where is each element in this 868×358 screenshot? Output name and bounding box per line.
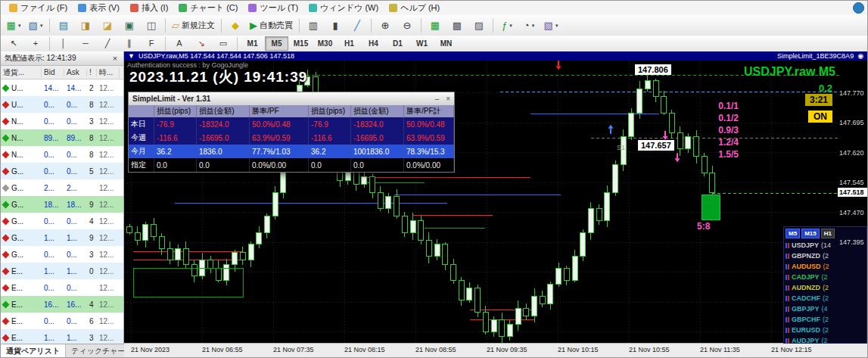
profiles-button[interactable]: ▧▾ — [25, 17, 46, 35]
mini-tf-m15-button[interactable]: M15 — [801, 229, 820, 238]
market-watch-row[interactable]: G...0...0...412... — [1, 213, 123, 229]
strategy-tester-button[interactable]: ◫ — [141, 17, 162, 35]
market-watch-row[interactable]: G...0...0...312... — [1, 246, 123, 263]
timeframe-h1-button[interactable]: H1 — [338, 36, 361, 51]
market-watch-row[interactable]: G...1...1...912... — [1, 229, 123, 246]
timeframe-m30-button[interactable]: M30 — [313, 36, 337, 51]
menu-insert[interactable]: 挿入 (I) — [125, 2, 173, 14]
simplelimit-titlebar[interactable]: SimpleLimit - Ver 1.31 – × — [129, 92, 454, 105]
chart-line-button[interactable]: ╱ — [347, 17, 368, 35]
cascade-windows-button[interactable]: ▩ — [446, 17, 468, 35]
trendline-button[interactable]: ╱ — [97, 36, 118, 51]
menu-file[interactable]: ファイル (F) — [4, 2, 73, 14]
timeframe-m15-button[interactable]: M15 — [289, 36, 313, 51]
stat-cell: -116.6 — [154, 131, 197, 145]
column-header-0[interactable]: 通貨... — [1, 67, 42, 78]
tick-mark-icon — [786, 317, 787, 322]
arrows-button[interactable]: ↘ — [191, 36, 212, 51]
timeframe-h4-button[interactable]: H4 — [362, 36, 385, 51]
indicators-button[interactable]: ƒ▾ — [496, 17, 518, 35]
market-watch-row[interactable]: E...1...1...012... — [1, 263, 123, 279]
metaeditor-button[interactable]: ◆ — [225, 17, 246, 35]
arrange-windows-button[interactable]: ▨ — [468, 17, 490, 35]
navigator-button[interactable]: ◪ — [97, 17, 118, 35]
data-window-button[interactable]: ◨ — [75, 17, 96, 35]
tab-currency-pair-list[interactable]: 通貨ペアリスト — [1, 344, 66, 357]
terminal-button[interactable]: ▣ — [119, 17, 140, 35]
horizontal-line-icon: ─ — [82, 39, 89, 48]
close-icon[interactable]: × — [446, 95, 450, 103]
dropdown-caret-icon[interactable]: ▾ — [509, 23, 512, 29]
menu-view[interactable]: 表示 (V) — [73, 2, 125, 14]
text-button[interactable]: A — [169, 36, 190, 51]
timeframe-m5-button[interactable]: M5 — [265, 36, 288, 51]
timeframe-d1-button[interactable]: D1 — [386, 36, 409, 51]
shapes-button[interactable]: ▭ — [213, 36, 234, 51]
market-watch-button[interactable]: ▤ — [53, 17, 74, 35]
market-watch-row[interactable]: U...14...14...212... — [1, 79, 123, 96]
ea-status-icon[interactable]: ◉ — [857, 52, 863, 60]
column-header-1[interactable]: Bid — [42, 68, 64, 76]
column-header-3[interactable]: ! — [87, 68, 97, 76]
ask-cell: 16... — [64, 300, 87, 309]
horizontal-line-button[interactable]: ─ — [75, 36, 96, 51]
chart-bars-button[interactable]: ▥ — [303, 17, 324, 35]
tile-windows-button[interactable]: ▦ — [425, 17, 446, 35]
dropdown-caret-icon[interactable]: ▾ — [18, 23, 21, 29]
templates-button[interactable]: ▧▾ — [540, 17, 562, 35]
cursor-button[interactable]: ↖ — [3, 36, 24, 51]
zoom-out-button[interactable]: ⊖ — [397, 17, 418, 35]
market-watch-row[interactable]: N...0...0...812... — [1, 146, 123, 163]
fibonacci-button[interactable]: F — [141, 36, 162, 51]
chart-collapse-icon[interactable]: ▼ — [128, 52, 135, 60]
minimize-icon[interactable]: – — [435, 95, 440, 103]
candle — [459, 280, 464, 300]
candle — [402, 216, 407, 232]
zoom-in-button[interactable]: ⊕ — [375, 17, 396, 35]
column-header-2[interactable]: Ask — [64, 68, 87, 76]
vertical-line-button[interactable]: │ — [53, 36, 74, 51]
timeframe-mn-button[interactable]: MN — [434, 36, 458, 51]
market-watch-row[interactable]: G...18...18...912... — [1, 196, 123, 213]
time-axis[interactable]: 21 Nov 202321 Nov 06:5521 Nov 07:3521 No… — [124, 343, 867, 357]
timeframe-m1-button[interactable]: M1 — [241, 36, 264, 51]
dropdown-caret-icon[interactable]: ▾ — [532, 23, 535, 29]
channel-button[interactable]: ∥ — [119, 36, 140, 51]
market-watch-row[interactable]: E...16...16...412... — [1, 296, 123, 313]
simplelimit-table: 損益(pips)損益(金額)勝率/PF損益(pips)損益(金額)勝率/PF計本… — [129, 105, 454, 172]
menu-tools[interactable]: ツール (T) — [243, 2, 303, 14]
mini-tf-m5-button[interactable]: M5 — [786, 229, 800, 238]
menu-help[interactable]: ヘルプ (H) — [384, 2, 445, 14]
autotrading-button[interactable]: ▶自動売買 — [247, 17, 296, 35]
market-watch-row[interactable]: G...2...2...12... — [1, 179, 123, 196]
mini-tf-h1-button[interactable]: H1 — [821, 229, 835, 238]
stat-cell: 1836.0 — [197, 145, 250, 158]
simplelimit-panel[interactable]: SimpleLimit - Ver 1.31 – × 損益(pips)損益(金額… — [128, 92, 455, 173]
price-scale[interactable]: 147.518 147.770147.695147.620147.545147.… — [838, 61, 867, 344]
market-watch-row[interactable]: N...89...89...812... — [1, 129, 123, 146]
chart-titlebar[interactable]: ▼ USDJPY.raw,M5 147.544 147.544 147.506 … — [124, 51, 867, 61]
market-watch-row[interactable]: E...0...0...612... — [1, 313, 123, 329]
column-header-4[interactable]: 時... — [97, 67, 120, 78]
periods-button[interactable]: ◔▾ — [518, 17, 540, 35]
ea-on-badge[interactable]: ON — [808, 111, 832, 123]
chart-candles-button[interactable]: ▮ — [325, 17, 346, 35]
market-watch-row[interactable]: U...0...0...812... — [1, 96, 123, 113]
market-watch-row[interactable]: E...0...0...12... — [1, 279, 123, 296]
dropdown-caret-icon[interactable]: ▾ — [555, 23, 558, 29]
market-watch-row[interactable]: E...1...1...312... — [1, 329, 123, 344]
dropdown-caret-icon[interactable]: ▾ — [40, 23, 43, 29]
crosshair-button[interactable]: + — [25, 36, 46, 51]
close-icon[interactable]: × — [110, 54, 120, 63]
timeframe-w1-button[interactable]: W1 — [410, 36, 434, 51]
market-watch-row[interactable]: N...0...0...312... — [1, 113, 123, 129]
candle — [605, 192, 610, 220]
candle — [167, 248, 173, 260]
menu-chart[interactable]: チャート (C) — [173, 2, 243, 14]
new-chart-button[interactable]: ▦▾ — [3, 17, 24, 35]
menu-window[interactable]: ウィンドウ (W) — [303, 2, 384, 14]
new-order-button[interactable]: ▱新規注文 — [169, 17, 218, 35]
market-watch-row[interactable]: G...0...0...512... — [1, 163, 123, 179]
candle — [434, 244, 440, 257]
community-icon[interactable] — [853, 2, 864, 14]
